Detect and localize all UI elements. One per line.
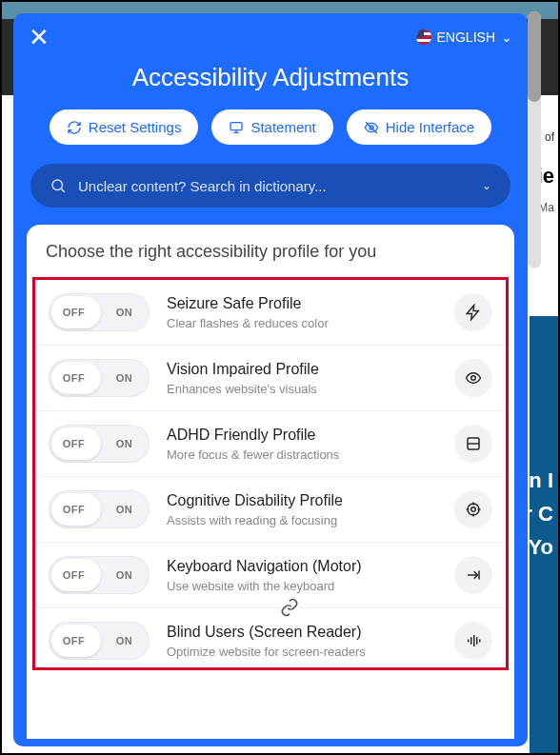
toggle-off-label: OFF	[49, 372, 99, 384]
svg-rect-0	[230, 122, 242, 129]
profile-desc: Clear flashes & reduces color	[167, 316, 437, 330]
accessibility-panel: ✕ ENGLISH ⌄ Accessibility Adjustments Re…	[13, 13, 528, 746]
profiles-highlight-box: OFF ON Seizure Safe Profile Clear flashe…	[32, 277, 509, 670]
toggle-vision-impaired[interactable]: OFF ON	[49, 359, 150, 397]
toggle-blind-users[interactable]: OFF ON	[49, 622, 150, 660]
statement-button[interactable]: Statement	[211, 109, 332, 145]
profile-desc: More focus & fewer distractions	[167, 447, 437, 462]
profile-name: ADHD Friendly Profile	[167, 427, 437, 444]
profile-row-seizure-safe: OFF ON Seizure Safe Profile Clear flashe…	[35, 280, 506, 346]
search-placeholder: Unclear content? Search in dictionary...	[78, 178, 470, 194]
focus-frame-icon	[454, 425, 492, 463]
profile-desc: Optimize website for screen-readers	[167, 645, 437, 659]
profile-name: Seizure Safe Profile	[167, 295, 437, 312]
profile-row-adhd: OFF ON ADHD Friendly Profile More focus …	[35, 411, 506, 477]
toggle-on-label: ON	[99, 635, 150, 646]
card-title: Choose the right accessibility profile f…	[27, 242, 514, 277]
profile-row-vision-impaired: OFF ON Vision Impaired Profile Enhances …	[35, 346, 506, 411]
svg-line-4	[61, 189, 64, 191]
statement-label: Statement	[250, 119, 315, 135]
search-icon	[50, 177, 67, 194]
profile-row-blind-users: OFF ON Blind Users (Screen Reader) Optim…	[35, 608, 506, 667]
svg-point-3	[52, 180, 63, 190]
profile-name: Vision Impaired Profile	[167, 361, 437, 378]
close-button[interactable]: ✕	[29, 25, 50, 50]
chevron-down-icon: ⌄	[501, 30, 512, 45]
language-selector[interactable]: ENGLISH ⌄	[416, 30, 512, 45]
profile-desc: Use website with the keyboard	[167, 579, 437, 593]
svg-point-5	[471, 376, 476, 381]
svg-point-9	[471, 507, 476, 512]
toggle-on-label: ON	[99, 372, 150, 384]
toggle-on-label: ON	[99, 504, 150, 515]
profile-name: Keyboard Navigation (Motor)	[167, 558, 437, 575]
bg-text-of: of	[545, 130, 554, 144]
hide-interface-button[interactable]: Hide Interface	[347, 109, 491, 145]
toggle-on-label: ON	[99, 569, 150, 581]
profile-row-cognitive: OFF ON Cognitive Disability Profile Assi…	[35, 477, 506, 543]
profile-name: Blind Users (Screen Reader)	[167, 624, 437, 641]
chevron-down-icon: ⌄	[482, 179, 491, 192]
link-icon	[280, 598, 299, 617]
svg-point-8	[468, 504, 479, 515]
toggle-off-label: OFF	[49, 569, 99, 581]
eye-icon	[454, 359, 492, 397]
profile-desc: Assists with reading & focusing	[167, 513, 437, 527]
toggle-cognitive[interactable]: OFF ON	[49, 490, 150, 528]
toggle-keyboard[interactable]: OFF ON	[49, 556, 150, 594]
reset-label: Reset Settings	[89, 119, 182, 135]
reset-settings-button[interactable]: Reset Settings	[50, 109, 199, 145]
toggle-off-label: OFF	[49, 438, 99, 449]
eye-off-icon	[364, 120, 379, 135]
toggle-off-label: OFF	[49, 307, 99, 318]
statement-icon	[229, 120, 244, 135]
toggle-off-label: OFF	[49, 504, 99, 515]
bg-side-text-1: n I	[529, 468, 553, 493]
profile-name: Cognitive Disability Profile	[167, 492, 437, 509]
us-flag-icon	[416, 30, 431, 45]
profiles-card: Choose the right accessibility profile f…	[27, 225, 514, 739]
language-label: ENGLISH	[437, 30, 495, 45]
bg-side-text-2: r C	[524, 502, 553, 527]
toggle-on-label: ON	[99, 438, 150, 449]
target-icon	[454, 490, 492, 528]
toggle-off-label: OFF	[49, 635, 99, 646]
tab-arrow-icon	[454, 556, 492, 594]
toggle-adhd[interactable]: OFF ON	[49, 425, 150, 463]
profile-desc: Enhances website's visuals	[167, 382, 437, 396]
dictionary-search[interactable]: Unclear content? Search in dictionary...…	[30, 164, 510, 208]
toggle-seizure-safe[interactable]: OFF ON	[49, 293, 150, 331]
audio-bars-icon	[454, 622, 492, 660]
bg-side-text-3: Yo	[529, 535, 553, 560]
profile-row-keyboard: OFF ON Keyboard Navigation (Motor) Use w…	[35, 543, 506, 608]
panel-title: Accessibility Adjustments	[13, 57, 528, 109]
refresh-icon	[67, 120, 82, 135]
hide-label: Hide Interface	[386, 119, 474, 135]
toggle-on-label: ON	[99, 307, 150, 318]
bolt-icon	[454, 293, 492, 331]
scrollbar-thumb[interactable]	[528, 11, 541, 102]
